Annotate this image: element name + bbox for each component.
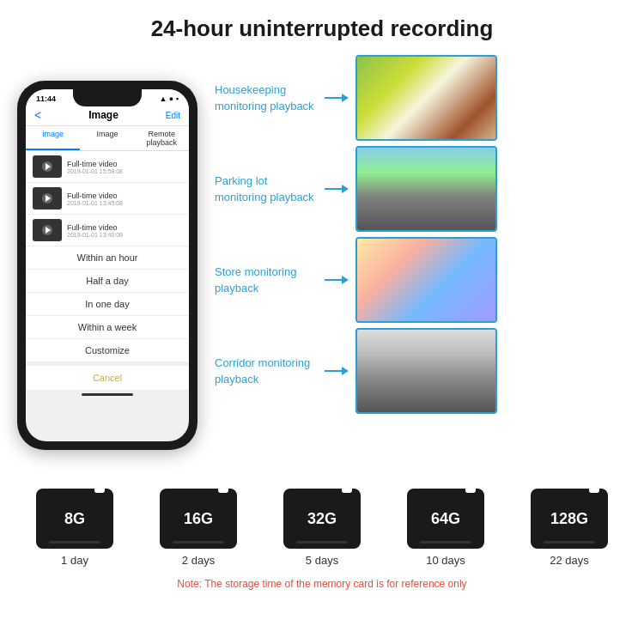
note-text: Note: The storage time of the memory car…: [13, 574, 631, 594]
sdcard-8g-days: 1 day: [61, 554, 88, 567]
monitoring-image-corridor: [355, 328, 497, 414]
monitoring-item-store: Store monitoringplayback: [215, 237, 635, 323]
play-icon-2: [42, 193, 52, 204]
connector-arrow-2: [342, 185, 349, 193]
sdcard-64g-days: 10 days: [426, 554, 465, 567]
connector-store: [325, 276, 349, 284]
dropdown-item-customize[interactable]: Customize: [26, 339, 189, 362]
corridor-photo: [357, 330, 495, 412]
list-title-1: Full-time video: [67, 160, 182, 168]
dropdown-cancel-button[interactable]: Cancel: [26, 362, 189, 390]
connector-arrow-3: [342, 276, 349, 284]
sdcard-item-64g: 64G 10 days: [407, 489, 484, 567]
monitoring-image-parking: [355, 146, 497, 232]
page-header: 24-hour uninterrupted recording: [0, 0, 644, 51]
sdcard-item-128g: 128G 22 days: [531, 489, 608, 567]
phone-tab-remote[interactable]: Remote playback: [135, 126, 189, 150]
sdcard-8g: 8G: [36, 489, 113, 549]
phone-tab-image[interactable]: image: [26, 126, 80, 150]
sdcard-16g-days: 2 days: [182, 554, 215, 567]
parking-label-text: Parking lotmonitoring playback: [215, 174, 314, 204]
sdcard-16g-label: 16G: [184, 510, 213, 528]
main-content: 11:44 ▲ ● ▪ < Image Edit image Image Rem…: [0, 51, 644, 480]
connector-arrow-4: [342, 367, 349, 375]
monitoring-item-housekeeping: Housekeepingmonitoring playback: [215, 55, 635, 141]
phone-home-indicator: [82, 393, 133, 396]
sdcard-32g: 32G: [283, 489, 361, 549]
list-title-3: Full-time video: [67, 223, 182, 232]
list-thumb-2: [33, 187, 62, 210]
connector-arrow-1: [342, 94, 349, 102]
list-item[interactable]: Full-time video 2019-01-01 13:45:08: [26, 183, 189, 215]
sdcard-32g-days: 5 days: [306, 554, 338, 567]
phone-tab-image2[interactable]: Image: [80, 126, 134, 150]
housekeeping-label-text: Housekeepingmonitoring playback: [215, 83, 314, 112]
connector-housekeeping: [325, 94, 349, 102]
phone-nav-title: Image: [88, 109, 118, 121]
page-title: 24-hour uninterrupted recording: [17, 15, 627, 42]
list-info-1: Full-time video 2019-01-01 15:58:08: [67, 160, 182, 174]
list-title-2: Full-time video: [67, 191, 182, 200]
play-icon-1: [42, 161, 52, 172]
connector-line-4: [325, 370, 342, 372]
sdcard-16g: 16G: [160, 489, 237, 549]
list-item[interactable]: Full-time video 2019-01-01 13:40:08: [26, 215, 189, 246]
dropdown-item-hour[interactable]: Within an hour: [26, 246, 189, 270]
list-item[interactable]: Full-time video 2019-01-01 15:58:08: [26, 151, 189, 183]
connector-line-2: [325, 188, 342, 190]
dropdown-item-halfday[interactable]: Half a day: [26, 270, 189, 293]
list-date-2: 2019-01-01 13:45:08: [67, 200, 182, 206]
monitoring-container: Housekeepingmonitoring playback Parking …: [215, 51, 635, 480]
monitoring-label-parking: Parking lotmonitoring playback: [215, 173, 318, 205]
connector-line-3: [325, 279, 342, 281]
sdcard-128g: 128G: [531, 489, 608, 549]
connector-line-1: [325, 97, 342, 99]
list-date-1: 2019-01-01 15:58:08: [67, 168, 182, 174]
phone-back-button[interactable]: <: [34, 108, 41, 122]
list-info-2: Full-time video 2019-01-01 13:45:08: [67, 191, 182, 206]
monitoring-image-store: [355, 237, 497, 323]
phone-time: 11:44: [36, 94, 56, 103]
phone-list: Full-time video 2019-01-01 15:58:08 Full…: [26, 151, 189, 246]
sdcard-row: 8G 1 day 16G 2 days 32G 5 days 64G 10 da…: [13, 489, 631, 567]
phone-dropdown: Within an hour Half a day In one day Wit…: [26, 246, 189, 390]
monitoring-image-housekeeping: [355, 55, 497, 141]
sdcard-item-32g: 32G 5 days: [283, 489, 361, 567]
monitoring-item-parking: Parking lotmonitoring playback: [215, 146, 635, 232]
phone-notch: [73, 89, 142, 106]
corridor-label-text: Corridor monitoringplayback: [215, 356, 310, 386]
phone-mockup: 11:44 ▲ ● ▪ < Image Edit image Image Rem…: [17, 81, 197, 450]
phone-screen: 11:44 ▲ ● ▪ < Image Edit image Image Rem…: [26, 89, 189, 441]
sdcard-128g-label: 128G: [550, 510, 588, 528]
dropdown-item-oneday[interactable]: In one day: [26, 293, 189, 316]
phone-icons: ▲ ● ▪: [159, 94, 179, 103]
phone-edit-button[interactable]: Edit: [166, 111, 180, 120]
parking-photo: [357, 148, 495, 230]
housekeeping-photo: [357, 57, 495, 139]
phone-tabs: image Image Remote playback: [26, 126, 189, 151]
list-thumb-3: [33, 219, 62, 241]
sdcard-item-8g: 8G 1 day: [36, 489, 113, 567]
play-icon-3: [42, 225, 52, 235]
connector-corridor: [325, 367, 349, 375]
phone-nav-bar: < Image Edit: [26, 105, 189, 126]
sdcard-item-16g: 16G 2 days: [160, 489, 237, 567]
monitoring-label-housekeeping: Housekeepingmonitoring playback: [215, 82, 318, 114]
sdcard-64g-label: 64G: [431, 510, 460, 528]
dropdown-item-week[interactable]: Within a week: [26, 316, 189, 339]
connector-parking: [325, 185, 349, 193]
sdcard-section: 8G 1 day 16G 2 days 32G 5 days 64G 10 da…: [0, 480, 644, 598]
list-date-3: 2019-01-01 13:40:08: [67, 232, 182, 238]
monitoring-label-corridor: Corridor monitoringplayback: [215, 355, 318, 387]
monitoring-label-store: Store monitoringplayback: [215, 264, 318, 296]
list-info-3: Full-time video 2019-01-01 13:40:08: [67, 223, 182, 238]
sdcard-64g: 64G: [407, 489, 484, 549]
list-thumb-1: [33, 155, 62, 178]
store-label-text: Store monitoringplayback: [215, 265, 296, 295]
monitoring-item-corridor: Corridor monitoringplayback: [215, 328, 635, 414]
sdcard-8g-label: 8G: [64, 510, 85, 528]
sdcard-128g-days: 22 days: [550, 554, 589, 567]
phone-container: 11:44 ▲ ● ▪ < Image Edit image Image Rem…: [9, 51, 206, 480]
sdcard-32g-label: 32G: [307, 510, 337, 528]
store-photo: [357, 239, 495, 321]
